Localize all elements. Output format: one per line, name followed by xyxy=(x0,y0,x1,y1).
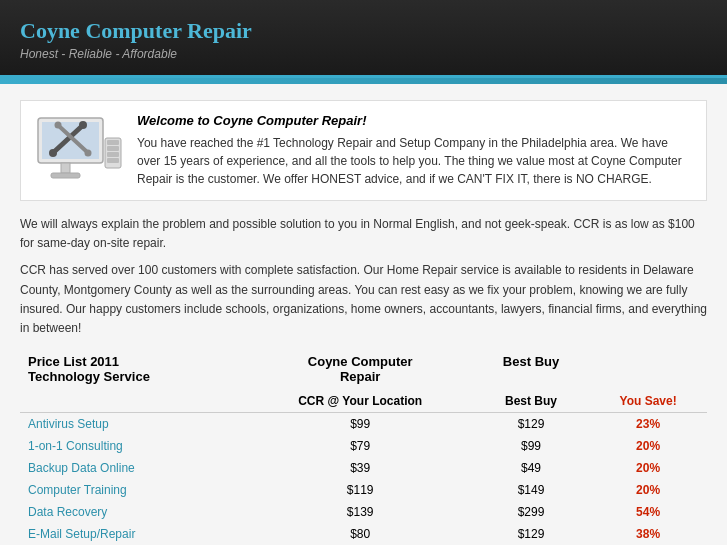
ccr-price: $119 xyxy=(248,479,473,501)
main-content: Welcome to Coyne Computer Repair! You ha… xyxy=(0,84,727,545)
svg-point-3 xyxy=(49,149,57,157)
savings-percent: 20% xyxy=(589,435,707,457)
site-subtitle: Honest - Reliable - Affordable xyxy=(20,47,707,61)
service-name: 1-on-1 Consulting xyxy=(20,435,248,457)
svg-rect-11 xyxy=(107,140,119,145)
svg-rect-14 xyxy=(107,158,119,163)
col-header-service: Price List 2011Technology Service xyxy=(20,348,248,390)
service-name: Antivirus Setup xyxy=(20,413,248,436)
subheader-yousave: You Save! xyxy=(589,390,707,413)
bestbuy-price: $149 xyxy=(473,479,589,501)
price-table-body: Antivirus Setup $99 $129 23% 1-on-1 Cons… xyxy=(20,413,707,545)
svg-rect-8 xyxy=(61,163,70,173)
site-title: Coyne Computer Repair xyxy=(20,18,707,44)
table-row: Data Recovery $139 $299 54% xyxy=(20,501,707,523)
computer-icon xyxy=(33,113,123,188)
table-row: E-Mail Setup/Repair $80 $129 38% xyxy=(20,523,707,545)
bestbuy-price: $129 xyxy=(473,413,589,436)
ccr-price: $99 xyxy=(248,413,473,436)
welcome-heading: Welcome to Coyne Computer Repair! xyxy=(137,113,694,128)
svg-point-6 xyxy=(85,150,92,157)
description-section: We will always explain the problem and p… xyxy=(20,215,707,338)
service-name: Backup Data Online xyxy=(20,457,248,479)
svg-rect-12 xyxy=(107,146,119,151)
table-row: Computer Training $119 $149 20% xyxy=(20,479,707,501)
welcome-section: Welcome to Coyne Computer Repair! You ha… xyxy=(20,100,707,201)
service-name: E-Mail Setup/Repair xyxy=(20,523,248,545)
savings-percent: 20% xyxy=(589,457,707,479)
service-name: Computer Training xyxy=(20,479,248,501)
col-header-bestbuy: Best Buy xyxy=(473,348,589,390)
svg-rect-13 xyxy=(107,152,119,157)
site-header: Coyne Computer Repair Honest - Reliable … xyxy=(0,0,727,78)
svg-point-4 xyxy=(79,121,87,129)
service-name: Data Recovery xyxy=(20,501,248,523)
table-row: 1-on-1 Consulting $79 $99 20% xyxy=(20,435,707,457)
bestbuy-price: $49 xyxy=(473,457,589,479)
subheader-ccr: CCR @ Your Location xyxy=(248,390,473,413)
savings-percent: 23% xyxy=(589,413,707,436)
description-1: We will always explain the problem and p… xyxy=(20,215,707,253)
welcome-paragraph: You have reached the #1 Technology Repai… xyxy=(137,134,694,188)
bestbuy-price: $129 xyxy=(473,523,589,545)
svg-point-7 xyxy=(55,122,62,129)
subheader-bestbuy: Best Buy xyxy=(473,390,589,413)
bestbuy-price: $299 xyxy=(473,501,589,523)
table-row: Backup Data Online $39 $49 20% xyxy=(20,457,707,479)
ccr-price: $80 xyxy=(248,523,473,545)
ccr-price: $139 xyxy=(248,501,473,523)
col-header-ccr: Coyne ComputerRepair xyxy=(248,348,473,390)
table-row: Antivirus Setup $99 $129 23% xyxy=(20,413,707,436)
savings-percent: 20% xyxy=(589,479,707,501)
price-table: Price List 2011Technology Service Coyne … xyxy=(20,348,707,545)
savings-percent: 38% xyxy=(589,523,707,545)
ccr-price: $79 xyxy=(248,435,473,457)
savings-percent: 54% xyxy=(589,501,707,523)
col-header-empty xyxy=(589,348,707,390)
svg-rect-9 xyxy=(51,173,80,178)
welcome-text: Welcome to Coyne Computer Repair! You ha… xyxy=(137,113,694,188)
bestbuy-price: $99 xyxy=(473,435,589,457)
subheader-service xyxy=(20,390,248,413)
ccr-price: $39 xyxy=(248,457,473,479)
description-2: CCR has served over 100 customers with c… xyxy=(20,261,707,338)
